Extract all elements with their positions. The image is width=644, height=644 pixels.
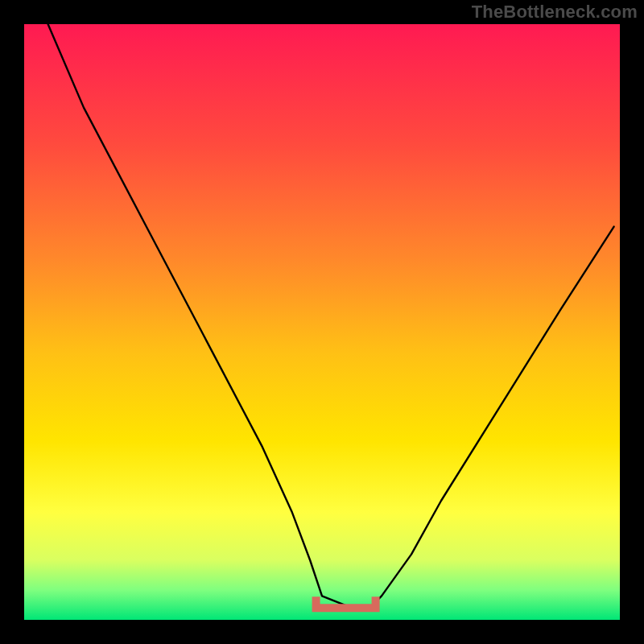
watermark-text: TheBottleneck.com bbox=[472, 2, 638, 23]
chart-stage: TheBottleneck.com bbox=[0, 0, 644, 644]
chart-background bbox=[24, 24, 620, 620]
bottleneck-chart bbox=[0, 0, 644, 644]
